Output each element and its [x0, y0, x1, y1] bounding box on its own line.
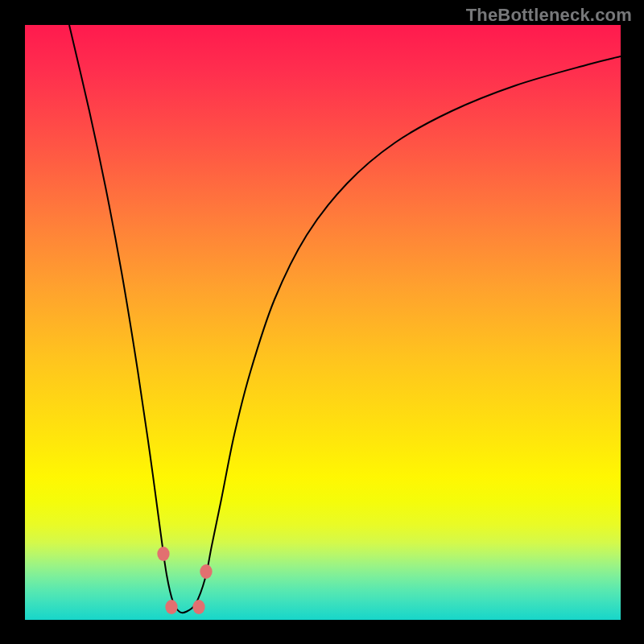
- data-marker: [157, 547, 169, 561]
- watermark-text: TheBottleneck.com: [466, 5, 632, 26]
- data-marker: [200, 564, 212, 579]
- data-marker: [192, 600, 204, 614]
- plot-area: [25, 25, 621, 620]
- chart-frame: TheBottleneck.com: [0, 0, 644, 644]
- bottleneck-curve: [25, 25, 621, 620]
- data-marker: [165, 600, 177, 614]
